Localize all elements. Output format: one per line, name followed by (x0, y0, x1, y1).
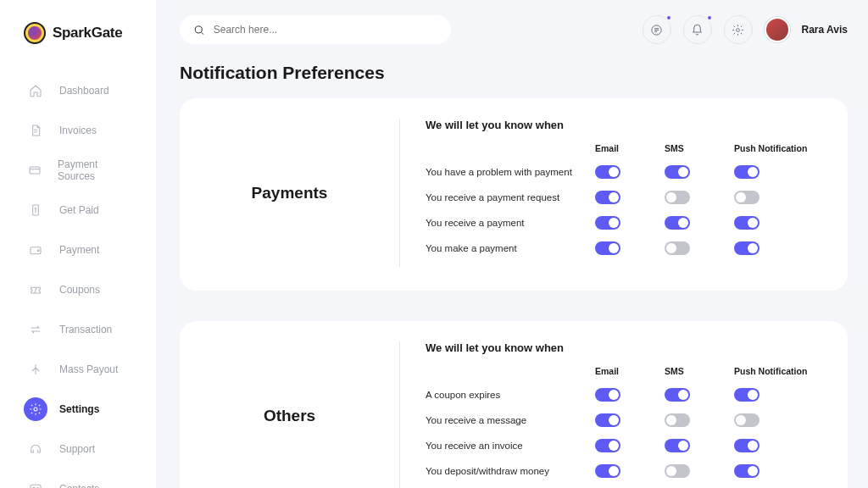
toggle[interactable] (734, 439, 760, 452)
col-push: Push Notification (734, 366, 819, 376)
col-email: Email (595, 366, 665, 376)
settings-top-button[interactable] (724, 15, 753, 44)
toggle[interactable] (595, 165, 620, 179)
sidebar-item-contacts[interactable]: Contacts (14, 469, 142, 488)
notifications-button[interactable] (683, 15, 712, 44)
sidebar-item-label: Payment (59, 244, 99, 256)
main-content: Rara Avis Notification Preferences Payme… (156, 0, 868, 488)
sidebar-item-payment[interactable]: Payment (14, 230, 142, 269)
toggle[interactable] (734, 388, 760, 402)
sidebar-item-mass-payout[interactable]: Mass Payout (14, 350, 142, 389)
badge-dot (665, 14, 672, 21)
gear-icon (732, 24, 744, 36)
sidebar-item-dashboard[interactable]: Dashboard (14, 71, 142, 110)
brand-logo: SparkGate (0, 22, 156, 64)
sidebar-item-transaction[interactable]: Transaction (14, 310, 142, 349)
toggle[interactable] (595, 464, 620, 478)
search-input[interactable] (214, 24, 437, 36)
chat-icon (650, 24, 663, 36)
toggle[interactable] (734, 165, 760, 179)
sidebar-item-settings[interactable]: Settings (14, 390, 142, 429)
toggle[interactable] (734, 216, 760, 230)
gear-icon (24, 397, 47, 421)
toggle[interactable] (734, 241, 760, 255)
pref-row: You receive a message (426, 413, 819, 427)
toggle[interactable] (595, 216, 620, 230)
toggle[interactable] (665, 165, 690, 179)
topbar: Rara Avis (180, 15, 848, 44)
toggle[interactable] (665, 388, 690, 402)
pref-row: You receive an invoice (426, 439, 819, 452)
brand-name: SparkGate (53, 25, 122, 42)
sidebar-item-coupons[interactable]: Coupons (14, 270, 142, 309)
svg-rect-0 (30, 167, 40, 174)
pref-row: You make a payment (426, 241, 819, 255)
search-icon (193, 24, 205, 36)
sidebar-item-label: Support (59, 443, 95, 455)
section-heading: We will let you know when (426, 341, 819, 354)
sidebar-item-label: Contacts (59, 483, 99, 488)
sidebar-item-label: Invoices (59, 125, 97, 136)
svg-rect-5 (31, 485, 41, 488)
col-sms: SMS (665, 143, 734, 153)
messages-button[interactable] (643, 15, 671, 44)
col-push: Push Notification (734, 143, 819, 153)
avatar[interactable] (765, 17, 790, 42)
toggle[interactable] (595, 191, 620, 204)
sidebar: SparkGate DashboardInvoicesPayment Sourc… (0, 0, 156, 488)
columns-header: Email SMS Push Notification (426, 366, 819, 376)
file-icon (24, 119, 47, 142)
col-email: Email (595, 143, 665, 153)
sidebar-item-label: Dashboard (59, 85, 109, 97)
section-title: Others (180, 341, 400, 488)
user-name: Rara Avis (802, 24, 848, 36)
pref-label: You receive a message (426, 415, 595, 425)
toggle[interactable] (665, 413, 690, 427)
toggle[interactable] (595, 388, 620, 402)
toggle[interactable] (734, 464, 760, 478)
home-icon (24, 79, 47, 103)
sidebar-item-get-paid[interactable]: Get Paid (14, 191, 142, 230)
branches-icon (24, 358, 47, 381)
col-sms: SMS (665, 366, 734, 376)
sidebar-item-payment-sources[interactable]: Payment Sources (14, 151, 142, 190)
pref-label: You deposit/withdraw money (426, 466, 595, 476)
receipt-icon (24, 198, 47, 222)
sidebar-item-label: Coupons (59, 284, 100, 296)
nav: DashboardInvoicesPayment SourcesGet Paid… (0, 64, 156, 488)
swap-icon (24, 318, 47, 341)
pref-label: You receive a payment (426, 218, 595, 228)
pref-label: You receive an invoice (426, 441, 595, 451)
sidebar-item-label: Transaction (59, 324, 112, 336)
sidebar-item-label: Mass Payout (59, 363, 118, 375)
svg-point-4 (34, 408, 37, 411)
badge-dot (706, 14, 713, 21)
pref-label: A coupon expires (426, 390, 595, 400)
toggle[interactable] (665, 216, 690, 230)
pref-label: You receive a payment request (426, 192, 595, 202)
toggle[interactable] (595, 413, 620, 427)
toggle[interactable] (665, 439, 690, 452)
pref-label: You have a problem with payment (426, 167, 595, 177)
svg-point-8 (195, 25, 202, 32)
sidebar-item-invoices[interactable]: Invoices (14, 111, 142, 150)
columns-header: Email SMS Push Notification (426, 143, 819, 153)
toggle[interactable] (595, 241, 620, 255)
page-title: Notification Preferences (180, 63, 848, 83)
svg-point-3 (37, 250, 39, 252)
toggle[interactable] (665, 191, 690, 204)
section-others: Others We will let you know when Email S… (180, 321, 848, 488)
toggle[interactable] (665, 241, 690, 255)
sidebar-item-support[interactable]: Support (14, 430, 142, 469)
svg-point-10 (737, 28, 740, 31)
search-box[interactable] (180, 15, 451, 44)
toggle[interactable] (734, 191, 760, 204)
toggle[interactable] (595, 439, 620, 452)
pref-row: You receive a payment (426, 216, 819, 230)
headset-icon (24, 437, 47, 461)
toggle[interactable] (734, 413, 760, 427)
section-title: Payments (180, 119, 400, 267)
section-payments: Payments We will let you know when Email… (180, 98, 848, 291)
sidebar-item-label: Payment Sources (58, 158, 132, 182)
toggle[interactable] (665, 464, 690, 478)
